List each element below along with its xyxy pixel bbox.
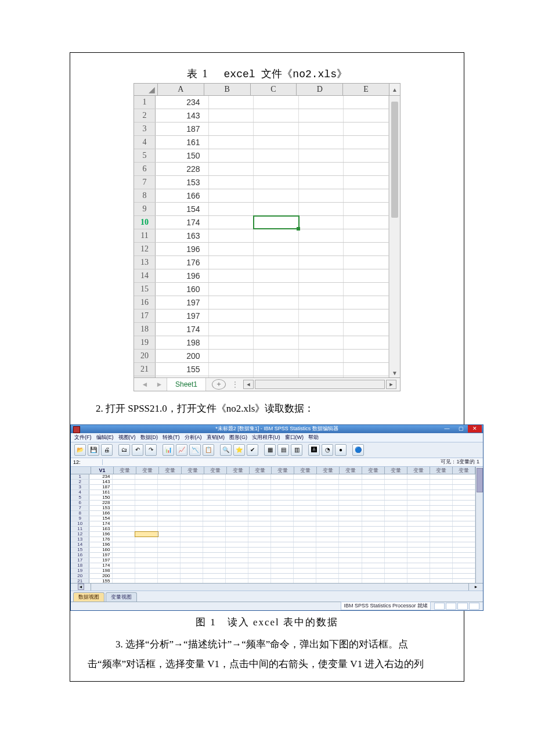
spss-cell[interactable]: [135, 537, 158, 542]
spss-cell[interactable]: [158, 485, 181, 489]
close-button[interactable]: ✕: [468, 425, 482, 433]
spss-cell[interactable]: [453, 485, 475, 489]
spss-cell[interactable]: [407, 574, 430, 578]
spss-vertical-scrollbar[interactable]: [475, 467, 483, 583]
excel-select-all-corner[interactable]: ◢: [134, 84, 158, 95]
excel-cell[interactable]: [344, 216, 389, 229]
spss-cell[interactable]: [385, 568, 407, 573]
excel-row[interactable]: 21155: [134, 363, 389, 376]
spss-row[interactable]: 5150: [71, 495, 475, 501]
excel-cell[interactable]: 187: [156, 123, 209, 135]
excel-cell[interactable]: [299, 309, 344, 322]
spss-cell[interactable]: [453, 574, 475, 578]
spss-cell[interactable]: [271, 537, 294, 542]
spss-cell[interactable]: [181, 537, 203, 542]
excel-cell[interactable]: [209, 163, 254, 175]
spss-row[interactable]: 18174: [71, 563, 475, 568]
spss-row-header[interactable]: 18: [71, 563, 89, 568]
excel-cell[interactable]: [299, 323, 344, 336]
spss-cell[interactable]: [113, 511, 135, 516]
excel-cell[interactable]: [299, 149, 344, 162]
spss-hscroll-track[interactable]: [91, 584, 468, 591]
excel-hscroll-track[interactable]: [255, 380, 385, 389]
spss-cell[interactable]: [294, 516, 316, 521]
spss-cell[interactable]: [158, 553, 181, 557]
spss-cell[interactable]: [135, 474, 158, 479]
spss-cell[interactable]: [362, 506, 385, 510]
spss-cell[interactable]: [407, 511, 430, 516]
spss-cell[interactable]: [385, 527, 407, 531]
excel-row[interactable]: 22167: [134, 376, 389, 377]
spss-menu-item[interactable]: 帮助: [308, 434, 319, 441]
spss-cell[interactable]: [294, 568, 316, 573]
spss-cell[interactable]: [271, 516, 294, 521]
spss-row-header[interactable]: 17: [71, 558, 89, 563]
excel-vertical-scrollbar[interactable]: ▼: [389, 96, 400, 377]
excel-cell[interactable]: 234: [156, 96, 209, 109]
spss-cell[interactable]: [113, 521, 135, 526]
excel-cell[interactable]: [299, 350, 344, 362]
spss-cell[interactable]: [362, 474, 385, 479]
excel-row-header[interactable]: 1: [134, 96, 156, 109]
spss-row-header[interactable]: 8: [71, 511, 89, 516]
spss-cell[interactable]: [158, 501, 181, 505]
spss-vscroll-thumb[interactable]: [477, 468, 483, 492]
spss-cell[interactable]: [316, 558, 339, 563]
spss-cell[interactable]: [135, 568, 158, 573]
spss-cell[interactable]: [362, 574, 385, 578]
excel-horizontal-scrollbar[interactable]: ◄ ►: [240, 380, 400, 389]
excel-cell[interactable]: [299, 136, 344, 149]
spss-cell[interactable]: [203, 558, 226, 563]
spss-cell[interactable]: [294, 474, 316, 479]
spss-cell[interactable]: [203, 521, 226, 526]
spss-toolbar-button[interactable]: 📋: [203, 444, 214, 456]
spss-cell[interactable]: [430, 553, 453, 557]
spss-cell[interactable]: [181, 485, 203, 489]
spss-column-placeholder[interactable]: 变量: [294, 467, 317, 474]
spss-cell[interactable]: [294, 579, 316, 583]
spss-cell[interactable]: [135, 516, 158, 521]
spss-column-placeholder[interactable]: 变量: [159, 467, 182, 474]
excel-cell[interactable]: [344, 109, 389, 122]
excel-row-header[interactable]: 17: [134, 309, 156, 322]
spss-cell[interactable]: [316, 506, 339, 510]
excel-cell[interactable]: [209, 269, 254, 282]
spss-hscroll-right[interactable]: ►: [468, 584, 483, 591]
spss-menu-item[interactable]: 直销(M): [207, 434, 225, 441]
spss-column-placeholder[interactable]: 变量: [250, 467, 272, 474]
excel-cell[interactable]: [344, 283, 389, 296]
spss-cell[interactable]: [113, 574, 135, 578]
excel-cell[interactable]: 196: [156, 243, 209, 255]
spss-cell[interactable]: [407, 553, 430, 557]
spss-cell[interactable]: [385, 553, 407, 557]
spss-cell[interactable]: [294, 537, 316, 542]
excel-row[interactable]: 7153: [134, 176, 389, 189]
spss-toolbar-button[interactable]: 🔵: [352, 444, 364, 456]
spss-row-header[interactable]: 12: [71, 532, 89, 537]
spss-cell[interactable]: [430, 574, 453, 578]
spss-toolbar-button[interactable]: 🔍: [220, 444, 232, 456]
excel-row-header[interactable]: 20: [134, 350, 156, 362]
spss-cell[interactable]: [430, 506, 453, 510]
spss-cell[interactable]: [181, 474, 203, 479]
spss-cell[interactable]: [294, 527, 316, 531]
spss-tab-variable-view[interactable]: 变量视图: [106, 592, 137, 602]
spss-cell[interactable]: [316, 485, 339, 489]
spss-cell[interactable]: [113, 506, 135, 510]
excel-cell[interactable]: [209, 189, 254, 202]
excel-cell[interactable]: 176: [156, 256, 209, 269]
spss-cell[interactable]: [362, 548, 385, 552]
excel-sheet-tab[interactable]: Sheet1: [167, 378, 206, 391]
spss-toolbar-button[interactable]: ▦: [264, 444, 276, 456]
excel-row-header[interactable]: 22: [134, 376, 156, 377]
excel-col-D[interactable]: D: [297, 84, 343, 95]
prev-sheet-icon[interactable]: ◄: [142, 380, 149, 388]
spss-cell[interactable]: [113, 579, 135, 583]
spss-cell[interactable]: [158, 490, 181, 495]
spss-cell[interactable]: [226, 548, 248, 552]
excel-cell[interactable]: [209, 176, 254, 189]
spss-cell[interactable]: [248, 537, 271, 542]
spss-cell[interactable]: [158, 537, 181, 542]
excel-cell[interactable]: 153: [156, 176, 209, 189]
spss-cell[interactable]: [294, 490, 316, 495]
